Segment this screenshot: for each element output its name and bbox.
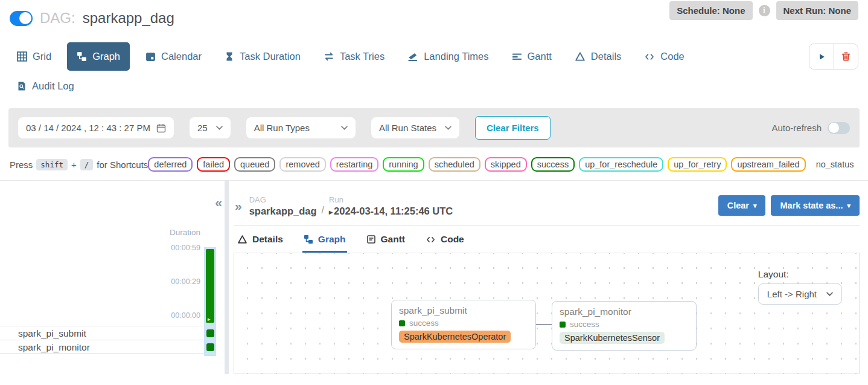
task-row-spark-pi-submit[interactable]: spark_pi_submit [0,326,216,340]
legend-failed[interactable]: failed [197,157,230,172]
breadcrumb-run-label: Run [329,195,453,204]
nav-tab-label: Landing Times [424,51,488,62]
plane-landing-icon [407,51,418,62]
legend-scheduled[interactable]: scheduled [429,157,480,172]
expand-panel-icon[interactable]: » [235,199,242,213]
run-tab-details[interactable]: Details [236,226,284,253]
legend-no-status: no_status [810,157,860,172]
node-operator-badge: SparkKubernetesSensor [560,332,665,344]
task-name: spark_pi_submit [18,328,86,338]
graph-icon [77,51,87,62]
schedule-badge: Schedule: None [669,1,752,20]
calendar-icon [145,51,156,62]
task-instance-square[interactable] [206,329,214,337]
hourglass-icon [225,51,234,62]
duration-tick: 00:00:00 [171,311,200,320]
grid-sidebar: « Duration 00:00:59 00:00:29 00:00:00 ▸ … [0,181,225,374]
run-duration-bar[interactable]: ▸ [206,249,214,323]
chevron-down-icon [216,126,223,130]
base-date-input[interactable]: 03 / 14 / 2024 , 12 : 43 : 27 PM [18,117,174,138]
graph-canvas[interactable]: Layout: Left -> Right spark_pi_submit su… [234,253,860,374]
next-run-badge: Next Run: None [776,1,859,20]
clear-filters-button[interactable]: Clear Filters [475,116,550,140]
slash-key: / [80,159,94,170]
legend-up-for-reschedule[interactable]: up_for_reschedule [579,157,663,172]
triangle-icon [575,51,586,62]
breadcrumb-dag-value[interactable]: sparkapp_dag [249,205,317,217]
legend-up-for-retry[interactable]: up_for_retry [668,157,727,172]
node-operator-badge: SparkKubernetesOperator [399,331,511,343]
run-tab-code[interactable]: Code [424,226,465,253]
layout-select[interactable]: Left -> Right [758,283,842,305]
node-title: spark_pi_monitor [560,306,689,317]
page-size-select[interactable]: 25 [190,117,231,138]
nav-tab-calendar[interactable]: Calendar [138,44,209,70]
legend-deferred[interactable]: deferred [148,157,193,172]
run-types-select[interactable]: All Run Types [246,117,356,138]
node-title: spark_pi_submit [399,305,528,316]
nav-tab-label: Graph [92,51,120,62]
nav-tab-label: Details [591,51,621,62]
delete-dag-button[interactable] [834,44,858,69]
nav-tab-label: Code [660,51,684,62]
trigger-dag-button[interactable] [809,44,834,69]
legend-removed[interactable]: removed [279,157,325,172]
clear-run-button[interactable]: Clear ▾ [718,195,766,216]
nav-tab-landing-times[interactable]: Landing Times [400,44,496,70]
repeat-icon [324,51,334,62]
nav-tab-gantt[interactable]: Gantt [505,44,559,70]
nav-tab-code[interactable]: Code [637,44,691,70]
caret-down-icon: ▾ [847,202,850,210]
duration-axis-label: Duration [170,228,200,237]
nav-tab-label: Grid [33,51,51,62]
calendar-small-icon [156,123,166,133]
layout-value: Left -> Right [767,289,817,299]
code-icon [644,52,655,62]
status-legend: deferred failed queued removed restartin… [148,157,860,172]
auto-refresh-toggle[interactable] [828,122,850,134]
run-tab-gantt[interactable]: Gantt [365,226,406,253]
nav-tab-graph[interactable]: Graph [67,42,130,71]
nav-tab-label: Calendar [161,51,202,62]
page-header: DAG: sparkapp_dag Schedule: None i Next … [0,0,868,27]
nav-tab-label: Task Tries [340,51,385,62]
legend-upstream-failed[interactable]: upstream_failed [731,157,805,172]
graph-node-spark-pi-submit[interactable]: spark_pi_submit success SparkKubernetesO… [391,300,536,349]
collapse-sidebar-icon[interactable]: « [215,195,222,210]
run-states-select[interactable]: All Run States [371,117,459,138]
legend-row: Press shift + / for Shortcuts deferred f… [0,147,868,181]
panel-resize-handle[interactable] [225,181,229,374]
run-states-value: All Run States [379,123,436,133]
code-icon [426,235,436,244]
task-name: spark_pi_monitor [18,342,90,352]
task-instance-square[interactable] [206,343,214,351]
task-row-spark-pi-monitor[interactable]: spark_pi_monitor [0,340,216,354]
dag-pause-toggle[interactable] [10,11,33,26]
status-square-icon [560,322,566,328]
legend-restarting[interactable]: restarting [330,157,378,172]
shift-key: shift [36,159,68,170]
shortcuts-hint: Press shift + / for Shortcuts [10,159,148,170]
mark-state-button[interactable]: Mark state as... ▾ [771,195,860,216]
legend-success[interactable]: success [531,157,575,172]
base-date-value: 03 / 14 / 2024 , 12 : 43 : 27 PM [26,123,150,133]
legend-queued[interactable]: queued [234,157,275,172]
filter-bar: 03 / 14 / 2024 , 12 : 43 : 27 PM 25 All … [8,108,860,147]
info-icon[interactable]: i [759,5,770,16]
run-tabs: Details Graph Gantt Code [234,226,860,253]
legend-skipped[interactable]: skipped [485,157,527,172]
legend-running[interactable]: running [383,157,424,172]
nav-tab-task-duration[interactable]: Task Duration [217,44,308,70]
breadcrumb-run-value[interactable]: ▸2024-03-14, 11:25:46 UTC [329,205,453,217]
nav-tab-details[interactable]: Details [567,44,628,70]
audit-log-icon [17,81,27,91]
nav-tab-grid[interactable]: Grid [10,44,59,70]
nav-tab-audit-log[interactable]: Audit Log [10,79,81,93]
graph-node-spark-pi-monitor[interactable]: spark_pi_monitor success SparkKubernetes… [552,301,697,351]
nav-tab-label: Gantt [528,51,552,62]
gantt-doc-icon [366,235,376,244]
breadcrumb-separator: / [322,205,324,217]
run-tab-graph[interactable]: Graph [302,226,347,253]
nav-tab-task-tries[interactable]: Task Tries [316,44,392,70]
gantt-icon [512,51,522,62]
